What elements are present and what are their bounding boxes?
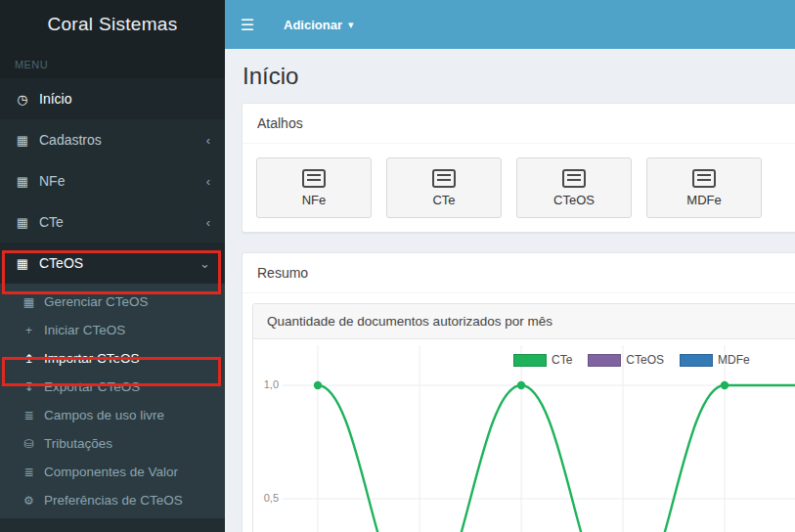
sidebar-item-label: Início <box>39 91 71 107</box>
resumo-box: Resumo Quantidade de documentos autoriza… <box>242 252 795 532</box>
top-navbar: ☰ Adicionar ▾ <box>225 0 795 49</box>
submenu-item-label: Tributações <box>44 436 112 451</box>
sidebar-item-cteos[interactable]: ▦ CTeOS ⌄ <box>0 243 225 284</box>
download-icon: ↧ <box>22 380 36 394</box>
submenu-item-importar-cteos[interactable]: ↥ Importar CTeOS <box>0 344 225 373</box>
submenu-item-exportar-cteos[interactable]: ↧ Exportar CTeOS <box>0 373 225 401</box>
list-icon: ≣ <box>22 409 36 422</box>
page-title: Início <box>243 63 780 90</box>
sidebar-item-label: Cadastros <box>39 132 102 148</box>
chart-panel: Quantidade de documentos autorizados por… <box>252 303 795 532</box>
sidebar: Coral Sistemas MENU ◷ Início ▦ Cadastros… <box>0 0 225 532</box>
shortcut-button-cteos[interactable]: CTeOS <box>516 157 632 218</box>
submenu-item-gerenciar-cteos[interactable]: ▦ Gerenciar CTeOS <box>0 288 225 316</box>
submenu-item-campos-uso-livre[interactable]: ≣ Campos de uso livre <box>0 401 225 429</box>
submenu-item-label: Importar CTeOS <box>44 351 140 366</box>
list-icon: ≣ <box>22 466 36 479</box>
legend-item-cte: CTe <box>513 353 572 367</box>
clock-icon: ◷ <box>15 92 30 107</box>
adicionar-label: Adicionar <box>284 18 342 32</box>
adicionar-dropdown[interactable]: Adicionar ▾ <box>270 0 368 49</box>
document-table-icon <box>692 169 716 188</box>
shortcuts-box: Atalhos NFe CTe CTeOS MDFe <box>242 103 795 233</box>
sidebar-item-label: CTe <box>39 214 64 230</box>
hamburger-icon: ☰ <box>241 16 254 34</box>
submenu-item-label: Iniciar CTeOS <box>44 323 125 337</box>
chart-title: Quantidade de documentos autorizados por… <box>253 304 795 339</box>
main-content: Início Atalhos NFe CTe CTeOS M <box>225 49 795 532</box>
shortcuts-box-header: Atalhos <box>243 104 795 144</box>
cte-series-swatch <box>513 354 547 367</box>
shortcut-label: CTeOS <box>553 193 595 207</box>
submenu-item-iniciar-cteos[interactable]: + Iniciar CTeOS <box>0 316 225 344</box>
upload-icon: ↥ <box>22 352 36 366</box>
shortcut-label: NFe <box>302 193 327 207</box>
submenu-item-preferencias-cteos[interactable]: ⚙ Preferências de CTeOS <box>0 486 225 514</box>
chart-legend: CTe CTeOS MDFe <box>513 353 750 367</box>
submenu-item-label: Exportar CTeOS <box>44 379 140 394</box>
gears-icon: ⚙ <box>22 494 36 508</box>
shortcut-button-cte[interactable]: CTe <box>386 157 502 218</box>
sidebar-toggle-button[interactable]: ☰ <box>225 0 270 49</box>
submenu-item-label: Preferências de CTeOS <box>44 493 183 508</box>
table-icon: ▦ <box>15 215 30 230</box>
legend-item-cteos: CTeOS <box>588 353 664 367</box>
resumo-box-header: Resumo <box>243 253 795 293</box>
sidebar-item-label: CTeOS <box>39 255 83 271</box>
document-table-icon <box>432 169 456 188</box>
submenu-item-label: Componentes de Valor <box>44 465 178 479</box>
shortcut-label: CTe <box>432 193 455 207</box>
shortcut-button-nfe[interactable]: NFe <box>256 157 372 218</box>
submenu-item-componentes-valor[interactable]: ≣ Componentes de Valor <box>0 458 225 486</box>
legend-label: CTeOS <box>626 353 664 367</box>
document-table-icon <box>302 169 326 188</box>
brand-logo[interactable]: Coral Sistemas <box>0 0 225 49</box>
sidebar-item-cte[interactable]: ▦ CTe ‹ <box>0 201 225 243</box>
y-tick-label: 1,0 <box>253 378 279 390</box>
chevron-left-icon: ‹ <box>206 174 210 189</box>
document-table-icon <box>562 169 586 188</box>
shortcut-button-mdfe[interactable]: MDFe <box>646 157 762 218</box>
sidebar-item-nfe[interactable]: ▦ NFe ‹ <box>0 160 225 201</box>
legend-item-mdfe: MDFe <box>680 353 750 367</box>
chevron-down-icon: ⌄ <box>199 256 210 271</box>
submenu-item-label: Campos de uso livre <box>44 408 164 422</box>
table-icon: ▦ <box>22 295 36 309</box>
chart-area: 1,0 0,5 CTe CTeOS <box>253 339 795 532</box>
table-icon: ▦ <box>15 174 30 189</box>
mdfe-series-swatch <box>680 354 713 367</box>
shortcut-row: NFe CTe CTeOS MDFe <box>256 157 795 218</box>
chevron-left-icon: ‹ <box>206 215 210 230</box>
cteos-series-swatch <box>588 354 621 367</box>
table-icon: ▦ <box>15 256 30 271</box>
caret-down-icon: ▾ <box>348 19 354 31</box>
legend-label: MDFe <box>718 353 750 367</box>
y-tick-label: 0,5 <box>253 492 279 504</box>
coins-icon: ⛁ <box>22 437 36 451</box>
sidebar-item-inicio[interactable]: ◷ Início <box>0 78 225 119</box>
submenu-item-label: Gerenciar CTeOS <box>44 294 149 309</box>
shortcut-label: MDFe <box>686 193 721 207</box>
chevron-left-icon: ‹ <box>206 133 210 148</box>
sidebar-item-label: NFe <box>39 173 65 189</box>
legend-label: CTe <box>552 353 572 367</box>
line-chart <box>283 339 795 532</box>
table-icon: ▦ <box>15 133 30 148</box>
plus-icon: + <box>22 324 36 337</box>
sidebar-item-cadastros[interactable]: ▦ Cadastros ‹ <box>0 119 225 160</box>
submenu-item-tributacoes[interactable]: ⛁ Tributações <box>0 429 225 458</box>
sidebar-section-label: MENU <box>0 49 225 78</box>
cteos-submenu: ▦ Gerenciar CTeOS + Iniciar CTeOS ↥ Impo… <box>0 284 225 518</box>
